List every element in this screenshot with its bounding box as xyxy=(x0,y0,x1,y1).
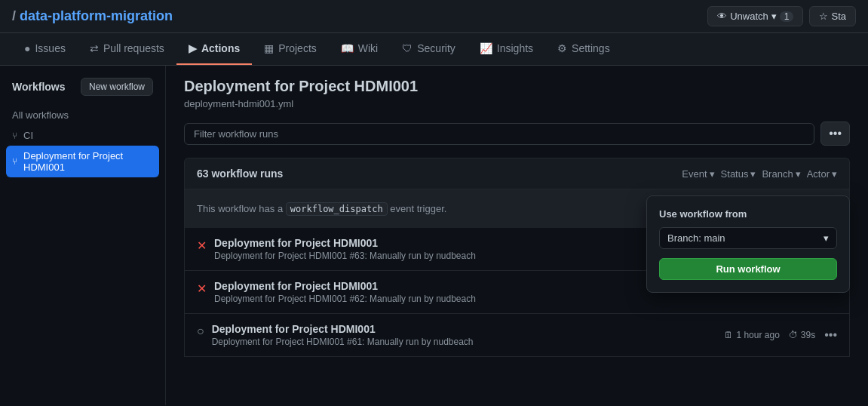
status-filter-button[interactable]: Status ▾ xyxy=(721,168,756,180)
eye-icon: 👁 xyxy=(717,11,727,22)
sidebar-item-all-workflows[interactable]: All workflows xyxy=(0,105,165,125)
run-timestamp: 1 hour ago xyxy=(736,330,779,340)
trigger-code: workflow_dispatch xyxy=(286,202,388,216)
tab-pull-requests[interactable]: ⇄ Pull requests xyxy=(78,33,176,65)
tab-insights[interactable]: 📈 Insights xyxy=(468,33,545,65)
tab-actions[interactable]: ▶ Actions xyxy=(176,33,252,65)
content-area: Deployment for Project HDMI001 deploymen… xyxy=(166,66,868,405)
repo-separator: / xyxy=(12,8,16,23)
tab-settings[interactable]: ⚙ Settings xyxy=(545,33,622,65)
trigger-pre-text: This workflow has a xyxy=(197,203,283,214)
unwatch-button[interactable]: 👁 Unwatch ▾ 1 xyxy=(707,6,803,26)
sidebar: Workflows New workflow All workflows ⑂ C… xyxy=(0,66,166,405)
run-time: 🗓 1 hour ago xyxy=(724,330,779,340)
top-bar-actions: 👁 Unwatch ▾ 1 ☆ Sta xyxy=(707,6,856,26)
run-row-right: 🗓 1 hour ago ⏱ 39s ••• xyxy=(724,328,837,342)
run-sub: Deployment for Project HDMI001 #63: Manu… xyxy=(214,251,476,261)
branch-select[interactable]: Branch: main ▾ xyxy=(659,227,837,249)
branch-select-label: Branch: main xyxy=(667,232,725,244)
workflow-file: deployment-hdmi001.yml xyxy=(184,98,850,109)
new-workflow-button[interactable]: New workflow xyxy=(81,78,153,96)
run-row-left: ✕ Deployment for Project HDMI001 Deploym… xyxy=(197,280,476,304)
run-workflow-dropdown: Use workflow from Branch: main ▾ Run wor… xyxy=(646,195,850,293)
run-info: Deployment for Project HDMI001 Deploymen… xyxy=(214,237,476,261)
tab-issues-label: Issues xyxy=(35,42,65,54)
issues-icon: ● xyxy=(24,42,30,54)
event-filter-button[interactable]: Event ▾ xyxy=(682,168,714,180)
unwatch-count: 1 xyxy=(780,11,794,22)
security-icon: 🛡 xyxy=(402,42,413,54)
runs-filters: Event ▾ Status ▾ Branch ▾ Actor ▾ xyxy=(682,168,837,180)
more-options-button[interactable]: ••• xyxy=(820,121,850,146)
top-bar: / data-platform-migration 👁 Unwatch ▾ 1 … xyxy=(0,0,868,33)
wiki-icon: 📖 xyxy=(341,42,354,54)
tab-wiki-label: Wiki xyxy=(358,42,378,54)
sidebar-deployment-label: Deployment for Project HDMI001 xyxy=(23,150,153,173)
tab-insights-label: Insights xyxy=(497,42,533,54)
run-duration: ⏱ 39s xyxy=(789,330,815,340)
sidebar-item-deployment-hdmi001[interactable]: ⑂ Deployment for Project HDMI001 xyxy=(6,146,159,177)
event-filter-label: Event xyxy=(682,168,707,180)
run-info: Deployment for Project HDMI001 Deploymen… xyxy=(214,280,476,304)
run-sub: Deployment for Project HDMI001 #61: Manu… xyxy=(212,337,474,347)
tab-security-label: Security xyxy=(417,42,455,54)
run-fail-icon: ✕ xyxy=(197,281,207,296)
repo-name[interactable]: data-platform-migration xyxy=(20,8,173,23)
unwatch-dropdown-icon: ▾ xyxy=(771,11,777,22)
timer-icon: ⏱ xyxy=(789,330,798,340)
nav-tabs: ● Issues ⇄ Pull requests ▶ Actions ▦ Pro… xyxy=(0,33,868,66)
filter-input[interactable] xyxy=(184,123,814,145)
star-button[interactable]: ☆ Sta xyxy=(809,6,856,26)
actor-filter-button[interactable]: Actor ▾ xyxy=(807,168,837,180)
tab-projects-label: Projects xyxy=(278,42,317,54)
workflow-title: Deployment for Project HDMI001 xyxy=(184,78,850,95)
status-filter-label: Status xyxy=(721,168,749,180)
settings-icon: ⚙ xyxy=(557,42,567,54)
dropdown-title: Use workflow from xyxy=(659,208,837,220)
run-sub: Deployment for Project HDMI001 #62: Manu… xyxy=(214,294,476,304)
trigger-text: This workflow has a workflow_dispatch ev… xyxy=(197,203,446,214)
runs-header: 63 workflow runs Event ▾ Status ▾ Branch… xyxy=(184,158,850,189)
branch-select-chevron: ▾ xyxy=(824,232,829,244)
run-workflow-submit-button[interactable]: Run workflow xyxy=(659,258,837,280)
branch-filter-chevron: ▾ xyxy=(796,168,801,180)
pr-icon: ⇄ xyxy=(90,42,99,54)
tab-projects[interactable]: ▦ Projects xyxy=(252,33,329,65)
sidebar-all-label: All workflows xyxy=(12,109,69,121)
tab-security[interactable]: 🛡 Security xyxy=(390,33,468,65)
run-name[interactable]: Deployment for Project HDMI001 xyxy=(212,323,474,335)
runs-count: 63 workflow runs xyxy=(197,168,283,180)
star-label: Sta xyxy=(831,11,846,22)
branch-filter-button[interactable]: Branch ▾ xyxy=(762,168,800,180)
deployment-workflow-icon: ⑂ xyxy=(12,156,17,167)
trigger-post-text: event trigger. xyxy=(390,203,446,214)
run-row-left: ✕ Deployment for Project HDMI001 Deploym… xyxy=(197,237,476,261)
run-fail-icon: ✕ xyxy=(197,238,207,253)
unwatch-label: Unwatch xyxy=(730,11,768,22)
tab-issues[interactable]: ● Issues xyxy=(12,33,78,65)
run-row: ○ Deployment for Project HDMI001 Deploym… xyxy=(184,314,850,357)
run-info: Deployment for Project HDMI001 Deploymen… xyxy=(212,323,474,347)
repo-title: / data-platform-migration xyxy=(12,8,173,24)
status-filter-chevron: ▾ xyxy=(750,168,756,180)
clock-icon: 🗓 xyxy=(724,330,733,340)
run-name[interactable]: Deployment for Project HDMI001 xyxy=(214,237,476,249)
insights-icon: 📈 xyxy=(480,42,492,54)
sidebar-item-ci[interactable]: ⑂ CI xyxy=(0,125,165,146)
tab-settings-label: Settings xyxy=(572,42,610,54)
sidebar-ci-label: CI xyxy=(23,130,33,141)
star-icon: ☆ xyxy=(819,11,828,22)
ci-workflow-icon: ⑂ xyxy=(12,131,17,141)
run-more-button[interactable]: ••• xyxy=(824,328,837,342)
main-layout: Workflows New workflow All workflows ⑂ C… xyxy=(0,66,868,405)
actor-filter-chevron: ▾ xyxy=(832,168,837,180)
event-filter-chevron: ▾ xyxy=(710,168,715,180)
run-row-left: ○ Deployment for Project HDMI001 Deploym… xyxy=(197,323,474,347)
run-pending-icon: ○ xyxy=(197,324,204,338)
tab-wiki[interactable]: 📖 Wiki xyxy=(329,33,390,65)
branch-filter-label: Branch xyxy=(762,168,793,180)
sidebar-title: Workflows xyxy=(12,81,66,93)
projects-icon: ▦ xyxy=(264,42,274,54)
tab-actions-label: Actions xyxy=(201,42,240,54)
run-name[interactable]: Deployment for Project HDMI001 xyxy=(214,280,476,292)
